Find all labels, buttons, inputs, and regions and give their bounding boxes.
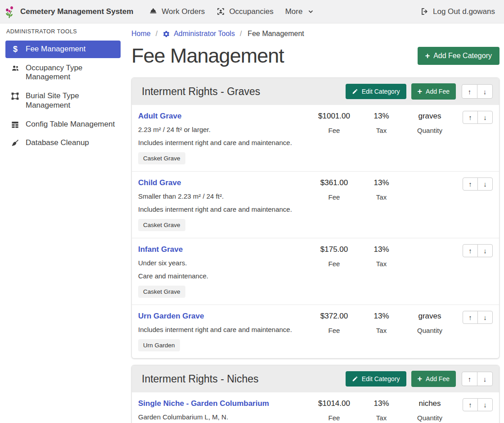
nav-label: More (285, 7, 303, 16)
move-fee-down-button[interactable]: ↓ (477, 311, 493, 324)
tax-value: 13% (360, 112, 403, 121)
category-card-niches: Interment Rights - Niches Edit Category … (131, 365, 500, 423)
fee-name-link[interactable]: Urn Garden Grave (138, 312, 204, 321)
move-category-up-button[interactable]: ↑ (462, 372, 477, 386)
sidebar: ADMINISTRATOR TOOLS $ Fee Management Occ… (0, 23, 126, 423)
tax-column: 13% Tax (360, 311, 403, 334)
tax-column: 13% Tax (360, 244, 403, 268)
fee-name-link[interactable]: Adult Grave (138, 112, 181, 121)
quantity-column: graves Quantity (403, 311, 457, 334)
move-fee-up-button[interactable]: ↑ (463, 311, 478, 324)
move-fee-down-button[interactable]: ↓ (477, 244, 493, 257)
tax-value: 13% (360, 312, 403, 321)
category-reorder-buttons: ↑ ↓ (462, 372, 493, 386)
logout-button[interactable]: Log Out d.gowans (420, 7, 495, 16)
breadcrumb: Home / Administrator Tools / Fee Managem… (131, 30, 500, 38)
breadcrumb-home-link[interactable]: Home (131, 30, 151, 38)
move-fee-down-button[interactable]: ↓ (477, 398, 493, 411)
edit-category-button[interactable]: Edit Category (346, 371, 406, 387)
logout-icon (420, 7, 429, 16)
fee-reorder-buttons: ↑ ↓ (457, 311, 493, 324)
fee-name-link[interactable]: Single Niche - Garden Columbarium (138, 399, 269, 408)
fee-details: Urn Garden Grave Includes interment righ… (138, 311, 308, 351)
breadcrumb-separator: / (156, 30, 158, 38)
fee-label: Fee (308, 414, 360, 422)
pencil-icon (352, 376, 358, 382)
nav-item-more[interactable]: More (279, 4, 320, 20)
fee-description: Smaller than 2.23 m² / 24 ft². (138, 192, 308, 200)
fee-amount: $361.00 (308, 178, 360, 187)
tax-value: 13% (360, 245, 403, 254)
fee-details: Child Grave Smaller than 2.23 m² / 24 ft… (138, 177, 308, 231)
nav-links: Work Orders Occupancies More (143, 4, 320, 20)
title-row: Fee Management + Add Fee Category (131, 44, 500, 68)
fee-row-child-grave: Child Grave Smaller than 2.23 m² / 24 ft… (132, 172, 499, 238)
plus-icon: + (418, 375, 423, 383)
move-fee-up-button[interactable]: ↑ (463, 398, 478, 411)
edit-category-label: Edit Category (362, 375, 400, 382)
fee-name-link[interactable]: Infant Grave (138, 245, 183, 254)
category-header: Interment Rights - Graves Edit Category … (132, 78, 499, 105)
breadcrumb-admin-tools-link[interactable]: Administrator Tools (162, 30, 235, 38)
tax-value: 13% (360, 399, 403, 408)
quantity-label: Quantity (403, 327, 457, 334)
users-icon (11, 64, 20, 73)
category-reorder-buttons: ↑ ↓ (462, 84, 493, 99)
move-category-down-button[interactable]: ↓ (477, 84, 493, 99)
sidebar-item-occupancy-type-management[interactable]: Occupancy Type Management (5, 59, 121, 86)
quantity-value: graves (403, 312, 457, 321)
sidebar-item-fee-management[interactable]: $ Fee Management (5, 41, 121, 58)
tax-label: Tax (360, 127, 403, 134)
fee-amount: $372.00 (308, 312, 360, 321)
nav-item-work-orders[interactable]: Work Orders (143, 4, 211, 20)
fee-tag: Casket Grave (138, 286, 185, 298)
fee-row-infant-grave: Infant Grave Under six years. Care and m… (132, 238, 499, 305)
fee-description: Under six years. (138, 259, 308, 267)
tulip-logo-icon (4, 5, 16, 18)
object-group-icon (11, 92, 20, 100)
quantity-value: niches (403, 399, 457, 408)
add-fee-button[interactable]: + Add Fee (411, 83, 456, 100)
nav-item-occupancies[interactable]: Occupancies (211, 4, 279, 20)
category-title: Interment Rights - Niches (142, 373, 346, 385)
table-icon (11, 120, 20, 129)
fee-amount: $175.00 (308, 245, 360, 254)
move-fee-down-button[interactable]: ↓ (477, 111, 493, 124)
move-fee-up-button[interactable]: ↑ (463, 111, 478, 124)
sidebar-item-config-table-management[interactable]: Config Table Management (5, 116, 121, 133)
tax-label: Tax (360, 414, 403, 422)
fee-label: Fee (308, 260, 360, 268)
app-brand[interactable]: Cemetery Management System (4, 5, 133, 18)
fee-description: Includes interment right and care and ma… (138, 326, 308, 333)
page-title: Fee Management (131, 44, 284, 68)
sidebar-item-label: Database Cleanup (26, 138, 89, 148)
move-category-down-button[interactable]: ↓ (477, 372, 493, 386)
move-category-up-button[interactable]: ↑ (462, 84, 477, 99)
move-fee-down-button[interactable]: ↓ (477, 177, 493, 191)
move-fee-up-button[interactable]: ↑ (463, 177, 478, 191)
category-card-graves: Interment Rights - Graves Edit Category … (131, 77, 500, 359)
main-content: Home / Administrator Tools / Fee Managem… (126, 23, 504, 423)
fee-details: Single Niche - Garden Columbarium Garden… (138, 398, 308, 423)
plus-icon: + (418, 87, 423, 96)
sidebar-item-burial-site-type-management[interactable]: Burial Site Type Management (5, 87, 121, 114)
dollar-icon: $ (11, 45, 20, 53)
fee-amount-column: $175.00 Fee (308, 244, 360, 268)
fee-amount-column: $361.00 Fee (308, 177, 360, 201)
add-fee-category-button[interactable]: + Add Fee Category (418, 47, 500, 65)
fee-description: Garden Columbarium L, M, N. (138, 413, 308, 421)
fee-label: Fee (308, 327, 360, 334)
add-fee-label: Add Fee (426, 375, 450, 382)
edit-category-button[interactable]: Edit Category (346, 84, 406, 99)
breadcrumb-current: Fee Management (248, 30, 304, 38)
fee-name-link[interactable]: Child Grave (138, 178, 181, 187)
nav-label: Occupancies (229, 7, 273, 16)
broom-icon (11, 139, 20, 147)
fee-amount-column: $372.00 Fee (308, 311, 360, 334)
move-fee-up-button[interactable]: ↑ (463, 244, 478, 257)
gear-icon (162, 30, 170, 38)
add-fee-button[interactable]: + Add Fee (411, 371, 456, 387)
quantity-label: Quantity (403, 414, 457, 422)
sidebar-item-database-cleanup[interactable]: Database Cleanup (5, 134, 121, 152)
occupancy-frame-icon (216, 7, 225, 16)
